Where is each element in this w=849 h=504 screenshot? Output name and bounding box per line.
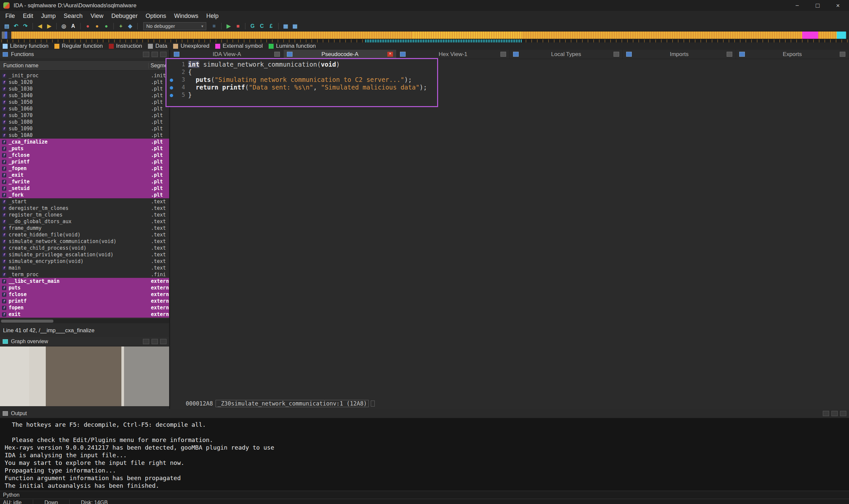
function-row[interactable]: fsimulate_encryption(void).text — [0, 258, 169, 265]
scrollbar-thumb[interactable] — [1, 320, 53, 323]
tab-exports[interactable]: Exports — [736, 50, 849, 59]
maximize-button[interactable]: □ — [815, 2, 819, 9]
function-row[interactable]: fexitextern — [0, 311, 169, 318]
lumina-g-icon[interactable]: G — [248, 22, 257, 30]
function-row[interactable]: f_cxa_finalize.plt — [0, 139, 169, 145]
close-panel-button[interactable] — [160, 52, 166, 57]
close-panel-button[interactable] — [840, 411, 846, 416]
function-row[interactable]: ffcloseextern — [0, 291, 169, 298]
close-tab-icon[interactable]: × — [387, 52, 393, 57]
jump-forward-icon[interactable]: ▶ — [45, 22, 53, 30]
navigation-band[interactable] — [1, 31, 848, 39]
lumina-c-icon[interactable]: C — [258, 22, 266, 30]
menu-view[interactable]: View — [87, 13, 107, 20]
function-row[interactable]: f_fclose.plt — [0, 152, 169, 159]
navigation-band-ticks[interactable] — [1, 39, 848, 42]
redo-icon[interactable]: ↷ — [21, 22, 30, 30]
function-row[interactable]: f_printf.plt — [0, 159, 169, 165]
pseudocode-view[interactable]: 1int simulate_network_communication(void… — [170, 59, 849, 409]
function-row[interactable]: fsub_1030.plt — [0, 86, 169, 92]
tab-pseudocode-a[interactable]: Pseudocode-A× — [284, 50, 397, 59]
function-row[interactable]: f_fopen.plt — [0, 165, 169, 172]
function-row[interactable]: f_init_proc.init — [0, 72, 169, 79]
menu-windows[interactable]: Windows — [170, 13, 202, 20]
function-row[interactable]: fprintfextern — [0, 298, 169, 304]
menu-jump[interactable]: Jump — [37, 13, 60, 20]
search-text-icon[interactable]: A — [69, 22, 77, 30]
lumina-icon[interactable]: £ — [267, 22, 275, 30]
function-row[interactable]: fmain.text — [0, 265, 169, 271]
function-row[interactable]: f_fork.plt — [0, 192, 169, 198]
debugger-selector[interactable]: No debugger▾ — [143, 22, 206, 30]
function-row[interactable]: fsub_1050.plt — [0, 99, 169, 105]
debugger-options-icon[interactable]: ≡ — [210, 22, 218, 30]
function-row[interactable]: f_term_proc.fini — [0, 271, 169, 278]
detach-tab-icon[interactable] — [727, 52, 732, 57]
minimize-button[interactable]: − — [795, 2, 799, 9]
float-button[interactable] — [151, 339, 158, 344]
menu-search[interactable]: Search — [60, 13, 87, 20]
function-row[interactable]: f_setuid.plt — [0, 185, 169, 192]
column-function-name[interactable]: Function name — [0, 63, 148, 69]
graph-overview-minimap[interactable] — [0, 346, 169, 406]
function-row[interactable]: fsub_1060.plt — [0, 105, 169, 112]
detach-tab-icon[interactable] — [840, 52, 845, 57]
function-row[interactable]: f_fwrite.plt — [0, 178, 169, 185]
jump-back-icon[interactable]: ◀ — [36, 22, 44, 30]
function-row[interactable]: fsub_1020.plt — [0, 79, 169, 86]
menu-debugger[interactable]: Debugger — [107, 13, 142, 20]
function-row[interactable]: fregister_tm_clones.text — [0, 212, 169, 218]
tab-ida-view-a[interactable]: IDA View-A — [170, 50, 284, 59]
function-row[interactable]: f_puts.plt — [0, 145, 169, 152]
function-row[interactable]: fsub_1080.plt — [0, 119, 169, 125]
float-button[interactable] — [831, 411, 838, 416]
tab-hex-view-1[interactable]: Hex View-1 — [397, 50, 510, 59]
close-panel-button[interactable] — [160, 339, 166, 344]
detach-tab-icon[interactable] — [614, 52, 619, 57]
function-row[interactable]: fframe_dummy.text — [0, 225, 169, 231]
tab-local-types[interactable]: Local Types — [510, 50, 623, 59]
stop-icon[interactable]: ■ — [234, 22, 242, 30]
output-log[interactable]: The hotkeys are F5: decompile, Ctrl-F5: … — [0, 418, 849, 491]
dock-button[interactable] — [823, 411, 829, 416]
dock-button[interactable] — [143, 339, 149, 344]
menu-file[interactable]: File — [1, 13, 19, 20]
function-list-scrollbar[interactable] — [0, 319, 169, 323]
function-row[interactable]: fderegister_tm_clones.text — [0, 205, 169, 212]
function-row[interactable]: fsub_1070.plt — [0, 112, 169, 119]
open-file-icon[interactable]: ▤ — [3, 22, 11, 30]
edit-function-icon[interactable]: ◆ — [126, 22, 134, 30]
function-row[interactable]: fputsextern — [0, 285, 169, 291]
function-row[interactable]: f__do_global_dtors_aux.text — [0, 218, 169, 225]
undo-icon[interactable]: ↶ — [12, 22, 20, 30]
float-button[interactable] — [151, 52, 158, 57]
windows-list-icon[interactable]: ▦ — [282, 22, 290, 30]
color-instruction-icon[interactable]: ● — [84, 22, 92, 30]
function-row[interactable]: fsub_1090.plt — [0, 125, 169, 132]
close-button[interactable]: × — [836, 2, 840, 9]
function-row[interactable]: fsub_1040.plt — [0, 92, 169, 99]
detach-tab-icon[interactable] — [501, 52, 506, 57]
dock-button[interactable] — [143, 52, 149, 57]
color-function-icon[interactable]: ● — [102, 22, 110, 30]
run-icon[interactable]: ▶ — [224, 22, 233, 30]
tab-imports[interactable]: Imports — [623, 50, 736, 59]
function-row[interactable]: fsimulate_network_communication(void).te… — [0, 238, 169, 245]
add-function-icon[interactable]: + — [117, 22, 125, 30]
function-row[interactable]: fcreate_child_process(void).text — [0, 245, 169, 251]
menu-help[interactable]: Help — [202, 13, 222, 20]
function-row[interactable]: fcreate_hidden_file(void).text — [0, 231, 169, 238]
color-data-icon[interactable]: ● — [93, 22, 101, 30]
menu-options[interactable]: Options — [142, 13, 170, 20]
python-input[interactable] — [20, 491, 846, 499]
function-row[interactable]: f_start.text — [0, 198, 169, 205]
function-row[interactable]: f_exit.plt — [0, 172, 169, 178]
detach-tab-icon[interactable] — [274, 52, 280, 57]
function-row[interactable]: f__libc_start_mainextern — [0, 278, 169, 285]
tile-windows-icon[interactable]: ▩ — [291, 22, 299, 30]
menu-edit[interactable]: Edit — [19, 13, 37, 20]
search-icon[interactable]: ◎ — [60, 22, 68, 30]
function-row[interactable]: fsimulate_privilege_escalation(void).tex… — [0, 251, 169, 258]
function-row[interactable]: ffopenextern — [0, 304, 169, 311]
function-row[interactable]: fsub_10A0.plt — [0, 132, 169, 139]
